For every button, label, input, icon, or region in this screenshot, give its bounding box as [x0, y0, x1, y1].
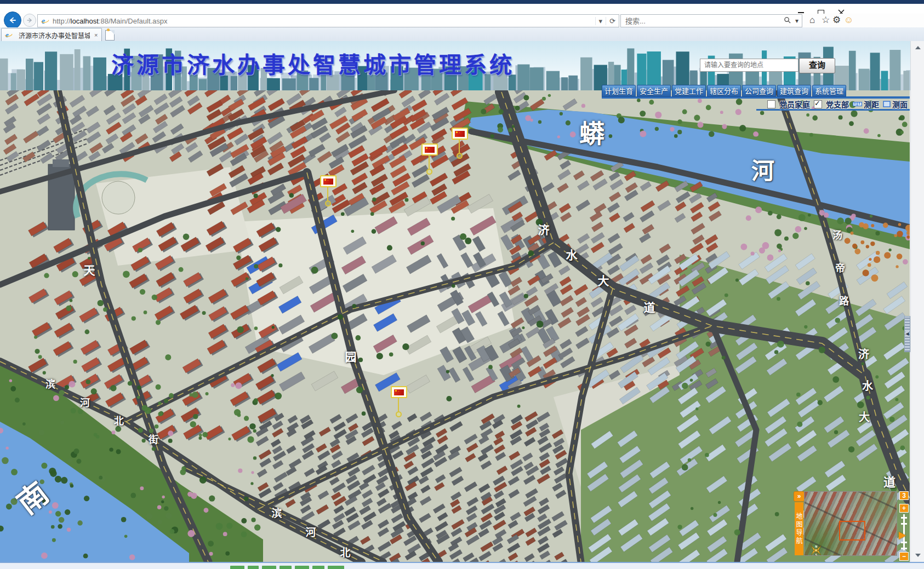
scroll-up-arrow[interactable]: [911, 41, 924, 54]
back-button[interactable]: [4, 12, 21, 29]
nav-work-safety[interactable]: 安全生产: [637, 85, 671, 97]
home-icon[interactable]: ⌂: [809, 15, 815, 25]
tab-title: 济源市济水办事处智慧城市...: [19, 31, 90, 40]
minimap-zoom-level[interactable]: 3: [899, 491, 909, 500]
minimap-title[interactable]: 地图导航: [795, 502, 803, 555]
nav-company-query[interactable]: 公司查询: [742, 85, 776, 97]
status-text-fragment: [230, 566, 244, 569]
compass-icon[interactable]: N S: [806, 544, 826, 556]
party-branch-checkbox[interactable]: [814, 100, 822, 108]
refresh-icon[interactable]: ⟳: [606, 17, 619, 25]
main-nav: 计划生育 安全生产 党建工作 辖区分布 公司查询 建筑查询 系统管理: [602, 85, 846, 97]
window-top-border: [0, 0, 924, 4]
status-text-fragment: [328, 566, 344, 569]
ie-favicon-icon: e: [5, 31, 13, 39]
search-dropdown-icon[interactable]: ▾: [793, 17, 801, 25]
address-bar: e http://localhost:88/Main/Default.aspx …: [0, 14, 924, 27]
url-text: http://localhost:88/Main/Default.aspx: [53, 17, 168, 25]
zoom-tick: [901, 523, 907, 525]
url-field[interactable]: e http://localhost:88/Main/Default.aspx …: [37, 14, 619, 27]
zoom-tick: [901, 548, 907, 549]
minimap-collapse-button[interactable]: »: [794, 491, 805, 502]
search-icon[interactable]: [782, 16, 793, 25]
tab-close-icon[interactable]: ×: [94, 32, 98, 38]
minimap-zoom-in-button[interactable]: +: [899, 504, 909, 513]
favorites-star-icon[interactable]: ☆: [822, 15, 830, 25]
svg-text:e: e: [5, 31, 9, 39]
search-box: ▾: [620, 14, 802, 27]
svg-text:N: N: [815, 545, 818, 548]
nav-system-management[interactable]: 系统管理: [812, 85, 846, 97]
party-flag-marker[interactable]: [421, 143, 437, 175]
page-title: 济源市济水办事处智慧城市管理系统: [111, 47, 515, 79]
svg-text:e: e: [42, 17, 45, 25]
place-search-input[interactable]: [703, 60, 797, 71]
ie-favicon-icon: e: [41, 17, 49, 25]
tab-smart-city[interactable]: e 济源市济水办事处智慧城市... ×: [1, 28, 102, 42]
tab-bar: e 济源市济水办事处智慧城市... ×: [0, 27, 924, 42]
banner: 济源市济水办事处智慧城市管理系统 查询: [0, 41, 924, 90]
flag-icon: [452, 128, 468, 140]
status-text-fragment: [248, 566, 259, 569]
minimap-zoom-handle[interactable]: [899, 532, 906, 539]
collapse-left-icon: ◀: [905, 331, 909, 337]
forward-button[interactable]: [23, 14, 36, 27]
party-branch-label: 党支部: [826, 99, 849, 110]
flag-icon: [391, 386, 407, 398]
status-text-fragment: [280, 566, 292, 569]
party-flag-marker[interactable]: [391, 386, 406, 417]
polygon-icon: [883, 101, 891, 107]
status-bar: [0, 562, 924, 569]
nav-party-building[interactable]: 党建工作: [672, 85, 706, 97]
query-button[interactable]: 查询: [799, 58, 835, 73]
city-3d-map[interactable]: [0, 90, 910, 562]
new-tab-button[interactable]: [105, 30, 115, 41]
zoom-tick: [901, 542, 907, 543]
url-dropdown-icon[interactable]: ▾: [595, 17, 606, 25]
status-text-fragment: [262, 566, 276, 569]
party-flag-marker[interactable]: [452, 128, 467, 159]
place-search-box: [700, 59, 798, 72]
forward-arrow-icon: [26, 16, 33, 24]
nav-family-planning[interactable]: 计划生育: [602, 85, 636, 97]
minimap-zoom-out-button[interactable]: −: [899, 552, 909, 561]
measure-distance-button[interactable]: 测距: [853, 99, 879, 110]
browser-window: e http://localhost:88/Main/Default.aspx …: [0, 0, 924, 569]
party-family-checkbox[interactable]: [767, 100, 775, 108]
vertical-scrollbar[interactable]: [910, 41, 924, 562]
map-canvas: [0, 90, 910, 562]
side-panel-splitter[interactable]: ◀: [904, 316, 910, 352]
nav-district-distribution[interactable]: 辖区分布: [707, 85, 741, 97]
party-flag-marker[interactable]: [320, 175, 335, 206]
svg-text:S: S: [815, 553, 818, 556]
ruler-icon: [853, 101, 862, 107]
window-titlebar: [0, 4, 924, 14]
nav-building-query[interactable]: 建筑查询: [777, 85, 811, 97]
minimap-viewport-rect[interactable]: [839, 521, 865, 541]
minimap-image[interactable]: N S: [804, 491, 897, 556]
minimap-panel: » 地图导航 N S 3 + −: [794, 491, 910, 562]
measure-area-button[interactable]: 测面: [883, 99, 908, 110]
settings-gear-icon[interactable]: ⚙: [832, 15, 841, 25]
flag-icon: [320, 175, 336, 187]
feedback-smiley-icon[interactable]: ☺: [844, 15, 853, 25]
party-family-label: 党员家庭: [779, 99, 810, 110]
zoom-tick: [901, 517, 907, 519]
scroll-down-arrow[interactable]: [911, 549, 924, 562]
back-arrow-icon: [8, 15, 18, 25]
map-tool-row: 党员家庭 党支部 测距 测面: [767, 99, 908, 109]
status-text-fragment: [295, 566, 309, 569]
status-text-fragment: [312, 566, 324, 569]
search-input[interactable]: [624, 15, 769, 26]
flag-icon: [421, 143, 438, 156]
